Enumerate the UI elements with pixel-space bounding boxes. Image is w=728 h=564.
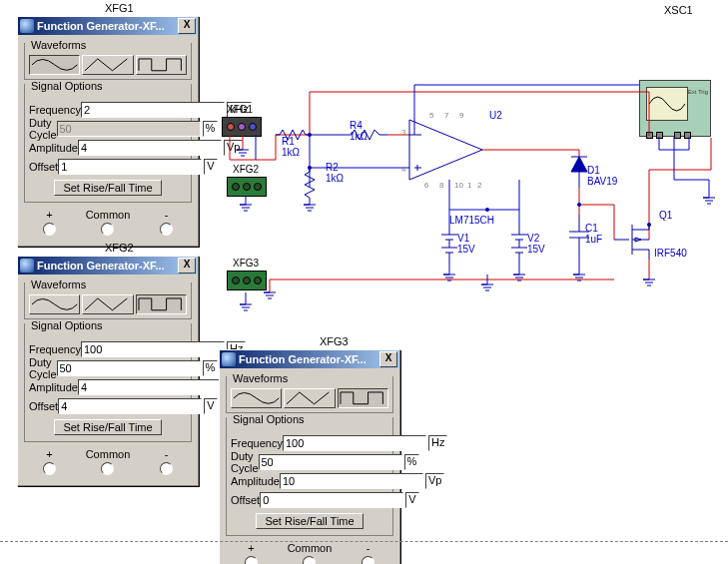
waveforms-legend: Waveforms (231, 372, 290, 384)
plus-terminal[interactable] (43, 462, 56, 475)
duty-label: Duty Cycle (29, 356, 57, 380)
square-wave-button[interactable] (136, 55, 187, 75)
signal-options-legend: Signal Options (29, 319, 105, 331)
minus-label: - (366, 542, 370, 554)
amp-label: Amplitude (29, 381, 78, 393)
square-wave-button[interactable] (136, 294, 187, 314)
waveforms-legend: Waveforms (29, 279, 88, 290)
triangle-wave-button[interactable] (82, 294, 133, 314)
xfg3-window: Function Generator-XF... X Waveforms Sig… (219, 349, 400, 564)
waveforms-group: Waveforms (24, 43, 192, 80)
common-terminal[interactable] (101, 223, 114, 236)
freq-input[interactable] (81, 341, 225, 357)
svg-text:3: 3 (401, 128, 406, 137)
plus-label: + (46, 209, 52, 221)
freq-input[interactable] (81, 102, 225, 118)
common-terminal[interactable] (101, 462, 114, 475)
xfg1-label: XFG1 (105, 2, 134, 14)
minus-label: - (165, 209, 169, 221)
svg-point-4 (647, 223, 651, 227)
offset-unit[interactable]: V (204, 398, 217, 414)
waveforms-group: Waveforms (24, 282, 192, 319)
minus-terminal[interactable] (160, 223, 173, 236)
svg-text:9: 9 (459, 111, 464, 120)
freq-label: Frequency (29, 104, 81, 116)
svg-text:7: 7 (444, 111, 449, 120)
duty-input[interactable] (57, 360, 201, 376)
offset-label: Offset (231, 494, 260, 506)
close-button[interactable]: X (178, 258, 196, 274)
xsc1-label: XSC1 (664, 4, 693, 16)
offset-unit[interactable]: V (405, 492, 418, 508)
offset-input[interactable] (58, 398, 202, 414)
plus-label: + (248, 542, 254, 554)
xfg2-titlebar[interactable]: Function Generator-XF... X (18, 257, 198, 275)
svg-text:1: 1 (467, 181, 472, 190)
square-wave-button[interactable] (338, 388, 388, 408)
common-terminal[interactable] (303, 556, 316, 564)
signal-options-group: Signal Options FrequencyHz Duty Cycle% A… (24, 323, 192, 442)
common-label: Common (86, 209, 131, 221)
triangle-wave-button[interactable] (82, 55, 133, 75)
page-divider (0, 541, 728, 542)
rise-fall-button[interactable]: Set Rise/Fall Time (54, 419, 161, 435)
sine-wave-button[interactable] (29, 294, 80, 314)
signal-options-group: Signal Options FrequencyHz Duty Cycle% A… (226, 417, 393, 536)
common-label: Common (86, 448, 131, 460)
xfg2-title: Function Generator-XF... (37, 260, 178, 272)
xfg3-titlebar[interactable]: Function Generator-XF... X (220, 350, 399, 368)
amp-input[interactable] (280, 473, 423, 489)
plus-terminal[interactable] (43, 223, 56, 236)
duty-unit[interactable]: % (404, 454, 420, 470)
plus-label: + (46, 448, 52, 460)
offset-input[interactable] (260, 492, 403, 508)
amp-input[interactable] (78, 140, 222, 156)
waveforms-group: Waveforms (226, 376, 393, 413)
schematic-canvas[interactable]: XFG1 XFG2 XFG3 XSC1 R1 1kΩ R2 1kΩ R4 1kΩ… (210, 80, 719, 349)
app-icon (20, 259, 34, 273)
signal-options-legend: Signal Options (29, 80, 105, 92)
plus-terminal[interactable] (245, 556, 258, 564)
rise-fall-button[interactable]: Set Rise/Fall Time (256, 513, 363, 529)
xfg1-window: Function Generator-XF... X Waveforms Sig… (17, 16, 199, 247)
minus-terminal[interactable] (160, 462, 173, 475)
freq-unit[interactable]: Hz (428, 435, 447, 451)
rise-fall-button[interactable]: Set Rise/Fall Time (54, 180, 161, 196)
minus-label: - (165, 448, 169, 460)
schematic-svg: 34 57 68 101 29 (210, 80, 719, 339)
waveforms-legend: Waveforms (29, 39, 88, 51)
app-icon (222, 352, 236, 366)
svg-text:4: 4 (401, 165, 406, 174)
xfg2-label: XFG2 (105, 242, 134, 254)
sine-wave-button[interactable] (29, 55, 80, 75)
amp-input[interactable] (78, 379, 222, 395)
xfg2-window: Function Generator-XF... X Waveforms Sig… (17, 256, 199, 486)
close-button[interactable]: X (379, 351, 397, 367)
duty-input[interactable] (259, 454, 402, 470)
minus-terminal[interactable] (362, 556, 374, 564)
xfg1-title: Function Generator-XF... (37, 20, 178, 32)
svg-text:10: 10 (454, 181, 463, 190)
svg-text:8: 8 (439, 181, 444, 190)
offset-label: Offset (29, 400, 58, 412)
sine-wave-button[interactable] (231, 388, 282, 408)
duty-unit[interactable]: % (203, 360, 219, 376)
duty-label: Duty Cycle (29, 117, 57, 141)
freq-label: Frequency (231, 437, 283, 449)
duty-label: Duty Cycle (231, 450, 259, 474)
close-button[interactable]: X (178, 18, 196, 34)
signal-options-group: Signal Options FrequencykHz Duty Cycle% … (24, 84, 192, 203)
freq-input[interactable] (283, 435, 426, 451)
offset-input[interactable] (58, 159, 202, 175)
xfg3-title: Function Generator-XF... (239, 353, 379, 365)
svg-point-1 (308, 166, 312, 170)
svg-text:5: 5 (429, 111, 434, 120)
amp-unit[interactable]: Vp (425, 473, 444, 489)
freq-label: Frequency (29, 343, 81, 355)
offset-label: Offset (29, 161, 58, 173)
signal-options-legend: Signal Options (231, 413, 307, 425)
duty-input (57, 121, 201, 137)
svg-text:2: 2 (477, 181, 482, 190)
triangle-wave-button[interactable] (284, 388, 335, 408)
xfg1-titlebar[interactable]: Function Generator-XF... X (18, 17, 198, 35)
